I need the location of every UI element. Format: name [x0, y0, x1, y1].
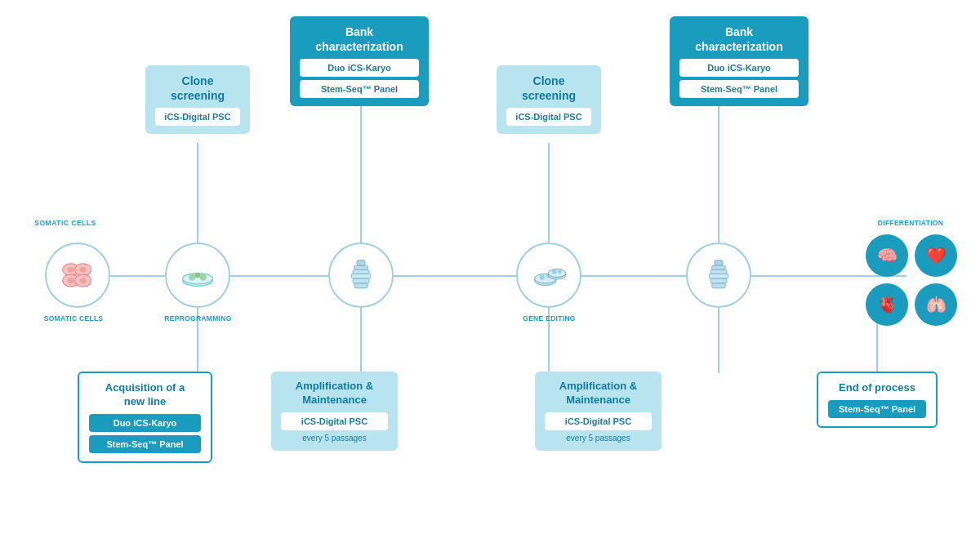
svg-rect-13 — [357, 260, 365, 266]
svg-rect-18 — [354, 283, 368, 288]
amp-maint-2-badge: iCS-Digital PSC — [545, 412, 652, 430]
svg-point-10 — [189, 274, 195, 280]
svg-point-24 — [548, 269, 566, 278]
acquisition-card: Acquisition of anew line Duo iCS-Karyo S… — [78, 372, 212, 463]
clone-screening-1-card: Clonescreening iCS-Digital PSC — [145, 65, 250, 134]
bank-char-2-card: Bankcharacterization Duo iCS-Karyo Stem-… — [670, 16, 808, 106]
amp-maint-1-card: Amplification &Maintenance iCS-Digital P… — [271, 372, 398, 451]
differentiation-icons: 🧠 ❤️ 🫀 🫁 — [866, 234, 957, 326]
svg-rect-17 — [353, 278, 369, 283]
svg-rect-27 — [715, 260, 723, 266]
end-process-title: End of process — [828, 381, 926, 395]
svg-rect-31 — [710, 278, 727, 283]
vline-gene-editing-up — [548, 143, 550, 243]
bank-char-2-badge2: Stem-Seq™ Panel — [679, 80, 799, 98]
end-process-badge: Stem-Seq™ Panel — [828, 400, 926, 418]
amp-maint-2-card: Amplification &Maintenance iCS-Digital P… — [535, 372, 662, 451]
svg-point-12 — [200, 274, 207, 280]
amp-maint-1-sub: every 5 passages — [281, 434, 388, 443]
acquisition-title: Acquisition of anew line — [89, 381, 201, 409]
svg-point-5 — [68, 278, 74, 283]
svg-point-25 — [552, 269, 557, 274]
svg-rect-30 — [709, 274, 728, 278]
clone-screening-2-title: Clonescreening — [506, 73, 591, 103]
svg-point-7 — [80, 278, 87, 283]
bank-char-1-badge2: Stem-Seq™ Panel — [300, 80, 419, 98]
node-amplification1 — [328, 243, 394, 308]
gene-editing-label: GENE EDITING — [502, 314, 596, 323]
acquisition-badge1: Duo iCS-Karyo — [89, 414, 201, 432]
heart-icon: ❤️ — [915, 234, 957, 277]
svg-rect-28 — [712, 265, 726, 269]
svg-rect-14 — [354, 265, 368, 269]
node-somatic — [45, 243, 110, 308]
lung-icon: 🫁 — [915, 283, 957, 326]
amp-maint-1-badge: iCS-Digital PSC — [281, 412, 388, 430]
svg-point-11 — [195, 273, 201, 278]
somatic-cells-label: SOMATIC CELLS — [29, 219, 102, 227]
end-process-card: End of process Stem-Seq™ Panel — [817, 372, 938, 428]
svg-point-26 — [558, 269, 562, 274]
node-gene-editing — [516, 243, 581, 308]
bank-char-1-badge1: Duo iCS-Karyo — [300, 59, 419, 77]
bank-char-1-card: Bankcharacterization Duo iCS-Karyo Stem-… — [290, 16, 429, 106]
clone-screening-2-badge: iCS-Digital PSC — [506, 108, 591, 126]
svg-rect-32 — [712, 283, 726, 288]
vline-amp1-down — [360, 308, 362, 373]
svg-point-3 — [80, 267, 87, 273]
clone-screening-1-badge: iCS-Digital PSC — [155, 108, 240, 126]
amp-maint-2-title: Amplification &Maintenance — [545, 380, 652, 407]
bank-char-2-title: Bankcharacterization — [679, 24, 799, 54]
node-reprogramming — [165, 243, 230, 308]
clone-screening-2-card: Clonescreening iCS-Digital PSC — [497, 65, 601, 134]
svg-point-1 — [68, 267, 74, 273]
svg-point-21 — [539, 274, 545, 280]
vline-amp2-down — [718, 308, 719, 373]
intestine-icon: 🫀 — [866, 283, 908, 326]
vline-reprogramming-up — [197, 143, 198, 243]
svg-rect-29 — [710, 269, 727, 274]
bank-char-2-badge1: Duo iCS-Karyo — [679, 59, 799, 77]
acquisition-badge2: Stem-Seq™ Panel — [89, 435, 201, 453]
brain-icon: 🧠 — [866, 234, 908, 277]
diagram-container: SOMATIC CELLS SOMATIC CELLS REPROGRAMMIN — [0, 0, 980, 534]
somatic-cells-label-bottom: SOMATIC CELLS — [33, 314, 114, 323]
svg-rect-15 — [353, 269, 369, 274]
amp-maint-1-title: Amplification &Maintenance — [281, 380, 388, 407]
clone-screening-1-title: Clonescreening — [155, 73, 240, 103]
node-amplification2 — [686, 243, 751, 308]
reprogramming-label: REPROGRAMMING — [151, 314, 245, 323]
bank-char-1-title: Bankcharacterization — [300, 24, 419, 54]
amp-maint-2-sub: every 5 passages — [545, 434, 652, 443]
svg-rect-16 — [351, 274, 370, 278]
differentiation-label: DIFFERENTIATION — [866, 219, 956, 227]
